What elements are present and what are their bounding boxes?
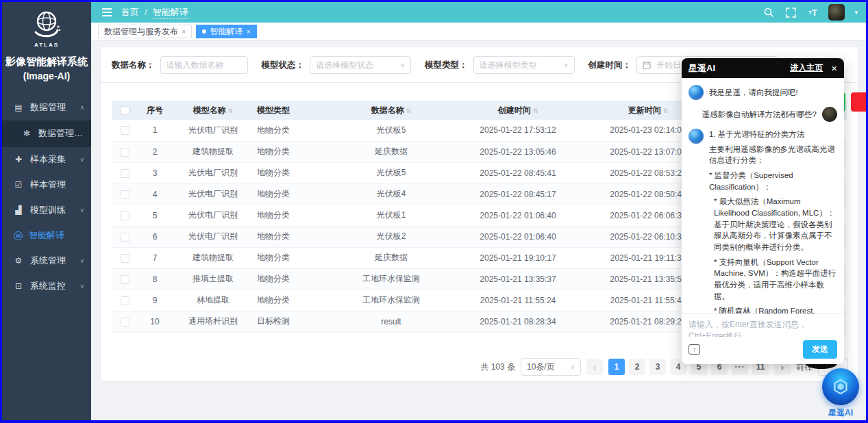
cell-model-type: 地物分类 xyxy=(254,120,330,141)
enter-home-link[interactable]: 进入主页 xyxy=(790,62,823,74)
bot-message: 我是星遥，请向我提问吧! xyxy=(689,85,837,100)
answer-paragraph: * 监督分类（Supervised Classification）： xyxy=(709,170,837,192)
sidebar-item[interactable]: ⊡ 系统监控 ∨ xyxy=(2,274,91,299)
row-checkbox[interactable] xyxy=(121,275,129,284)
cell-index: 7 xyxy=(138,247,172,268)
chat-header: 星遥AI 进入主页 × xyxy=(682,58,844,78)
upload-file-icon[interactable]: ↑ xyxy=(689,344,700,355)
sort-icon[interactable]: ⇅ xyxy=(406,107,412,114)
sidebar-item-icon: ⚙ xyxy=(13,256,24,266)
cell-model-name: 推填土提取 xyxy=(172,268,254,290)
sidebar-item[interactable]: ✚ 样本采集 ∨ xyxy=(2,147,91,172)
app-title-line1: 影像智能解译系统 xyxy=(2,53,91,69)
sidebar-item[interactable]: ▟ 模型训练 ∨ xyxy=(2,198,91,223)
row-checkbox[interactable] xyxy=(121,318,129,326)
model-status-label: 模型状态： xyxy=(262,60,305,71)
create-time-label: 创建时间： xyxy=(588,60,632,71)
model-status-select[interactable]: 请选择模型状态 ∨ xyxy=(310,56,411,74)
cell-model-type: 地物分类 xyxy=(254,162,330,183)
answer-paragraph: * 最大似然法（Maximum Likelihood Classificatio… xyxy=(709,196,837,253)
ai-chat-panel: 星遥AI 进入主页 × 我是星遥，请向我提问吧! 遥感影像自动解译方法都有哪些?… xyxy=(682,58,844,364)
chevron-icon: ∧ xyxy=(79,104,84,111)
cell-index: 6 xyxy=(138,226,172,247)
cell-data-name: 延庆数据 xyxy=(330,141,453,162)
cell-model-name: 建筑物提取 xyxy=(172,247,254,268)
cell-model-name: 光伏电厂识别 xyxy=(172,226,254,247)
sort-icon[interactable]: ⇅ xyxy=(533,107,538,114)
row-select-cell xyxy=(112,268,138,290)
chevron-down-icon: ∨ xyxy=(570,363,575,370)
cell-data-name: 光伏板5 xyxy=(330,162,453,183)
ai-assistant-float-button[interactable]: 星遥AI xyxy=(820,368,861,419)
col-header-data-name[interactable]: 数据名称⇅ xyxy=(330,101,453,120)
breadcrumb-current[interactable]: 智能解译 xyxy=(153,7,188,18)
page-number[interactable]: 2 xyxy=(629,359,645,375)
breadcrumb-home[interactable]: 首页 xyxy=(121,7,139,17)
sidebar-item[interactable]: AI 智能解译 xyxy=(2,223,91,248)
close-icon[interactable]: × xyxy=(246,27,250,36)
chevron-icon: ∨ xyxy=(79,156,84,163)
sidebar-item[interactable]: ▤ 数据管理 ∧ xyxy=(2,95,91,120)
col-header-model-name[interactable]: 模型名称⇅ xyxy=(172,101,254,120)
cell-index: 5 xyxy=(138,205,172,226)
tab-bar: 数据管理与服务发布 × 智能解译 × xyxy=(91,23,866,41)
row-checkbox[interactable] xyxy=(121,148,129,157)
select-all-checkbox[interactable] xyxy=(121,106,129,115)
search-icon[interactable] xyxy=(762,6,775,18)
answer-paragraph: * 支持向量机（Support Vector Machine, SVM）：构造超… xyxy=(709,257,837,303)
view-tab[interactable]: 智能解译 × xyxy=(196,25,256,38)
row-checkbox[interactable] xyxy=(121,233,129,242)
row-checkbox[interactable] xyxy=(121,190,129,199)
sidebar-item-icon: AI xyxy=(14,231,23,240)
cell-index: 3 xyxy=(138,162,172,183)
page-number[interactable]: 3 xyxy=(649,359,666,375)
cell-index: 8 xyxy=(138,268,172,290)
cell-created: 2025-01-21 13:35:37 xyxy=(453,268,583,290)
close-icon[interactable]: × xyxy=(182,27,186,36)
page-size-select[interactable]: 10条/页 ∨ xyxy=(521,358,581,376)
row-checkbox[interactable] xyxy=(121,254,129,263)
action-button-red[interactable] xyxy=(851,92,866,112)
menu-fold-icon[interactable] xyxy=(102,12,112,13)
view-tab[interactable]: 数据管理与服务发布 × xyxy=(98,25,192,38)
page-size-value: 10条/页 xyxy=(527,361,555,373)
col-header-created[interactable]: 创建时间⇅ xyxy=(453,101,583,120)
bot-avatar xyxy=(689,85,704,100)
sidebar-item-label: 系统监控 xyxy=(30,280,79,292)
row-checkbox[interactable] xyxy=(121,212,129,220)
font-size-icon[interactable]: TT xyxy=(806,6,819,18)
cell-created: 2025-01-21 08:28:34 xyxy=(453,311,583,332)
chat-message-input[interactable] xyxy=(689,319,837,337)
row-checkbox[interactable] xyxy=(121,126,129,135)
close-icon[interactable]: × xyxy=(831,63,837,73)
user-avatar[interactable] xyxy=(828,4,845,21)
sidebar-item[interactable]: ☑ 样本管理 xyxy=(2,172,91,198)
fullscreen-icon[interactable] xyxy=(784,6,797,18)
model-type-select[interactable]: 请选择模型类型 ∨ xyxy=(473,56,575,74)
breadcrumb-separator: / xyxy=(145,7,147,17)
app-title: 影像智能解译系统 (Image-AI) xyxy=(2,53,91,84)
send-button[interactable]: 发送 xyxy=(803,340,837,359)
row-checkbox[interactable] xyxy=(121,169,129,178)
cell-model-name: 通用塔杆识别 xyxy=(172,311,254,332)
page-number[interactable]: 1 xyxy=(608,359,625,375)
chevron-icon: ∨ xyxy=(79,283,84,290)
cell-created: 2025-01-22 08:45:41 xyxy=(453,162,583,183)
cell-index: 4 xyxy=(138,183,172,205)
row-checkbox[interactable] xyxy=(121,296,129,305)
cell-model-type: 地物分类 xyxy=(254,226,330,247)
prev-page-button[interactable]: ‹ xyxy=(586,359,603,375)
chevron-down-icon: ∨ xyxy=(400,62,405,68)
sidebar-item[interactable]: ⚙ 系统管理 ∨ xyxy=(2,248,91,274)
sidebar-item[interactable]: ✻ 数据管理与... xyxy=(2,120,91,147)
cell-model-type: 地物分类 xyxy=(254,205,330,226)
active-dot-icon xyxy=(202,29,206,34)
caret-down-icon[interactable]: ▾ xyxy=(854,9,858,16)
data-name-input[interactable] xyxy=(160,56,248,74)
sort-icon[interactable]: ⇅ xyxy=(663,107,669,114)
ai-float-label: 星遥AI xyxy=(820,407,861,419)
calendar-icon xyxy=(643,61,651,69)
sort-icon[interactable]: ⇅ xyxy=(228,107,234,114)
bot-answer: 1. 基于光谱特征的分类方法 主要利用遥感影像的多光谱或高光谱信息进行分类： *… xyxy=(709,129,837,313)
cell-model-name: 建筑物提取 xyxy=(172,141,254,162)
